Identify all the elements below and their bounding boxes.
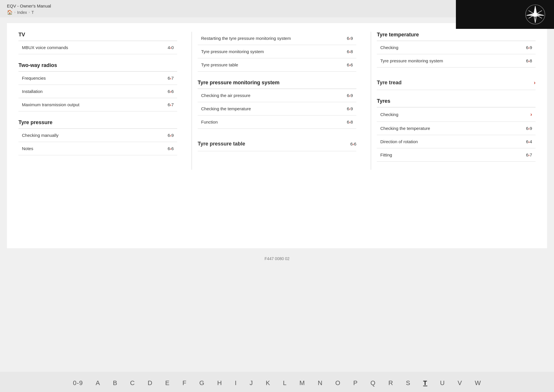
- alpha-r[interactable]: R: [382, 377, 400, 389]
- column-2: Restarting the tyre pressure monitoring …: [198, 32, 365, 170]
- alpha-09[interactable]: 0-9: [67, 377, 89, 389]
- entry-label: Function: [201, 120, 344, 124]
- alpha-u[interactable]: U: [434, 377, 451, 389]
- alpha-l[interactable]: L: [277, 377, 293, 389]
- list-item[interactable]: Installation 6›6: [18, 85, 177, 98]
- entry-label: Frequencies: [22, 76, 165, 81]
- entry-label: Tyre pressure monitoring system: [380, 58, 523, 63]
- entry-page: ›: [530, 111, 532, 117]
- entry-label: Restarting the tyre pressure monitoring …: [201, 36, 344, 41]
- entry-page: 6›6: [347, 62, 353, 67]
- alpha-m[interactable]: M: [293, 377, 311, 389]
- header: EQV - Owner's Manual 🏠 › Index › T: [0, 0, 554, 17]
- alpha-a[interactable]: A: [89, 377, 106, 389]
- main-content: TV MBUX voice commands 4›0 Two-way radio…: [7, 23, 547, 248]
- entry-label: Checking the temperature: [201, 106, 344, 111]
- tyre-tread-entry[interactable]: Tyre tread ›: [377, 76, 536, 90]
- tv-section: TV MBUX voice commands 4›0: [18, 32, 177, 54]
- entry-label: Checking the temperature: [380, 126, 523, 131]
- alpha-o[interactable]: O: [329, 377, 347, 389]
- list-item[interactable]: Tyre pressure monitoring system 6›8: [377, 54, 536, 68]
- entry-page: 6›7: [526, 152, 532, 157]
- list-item[interactable]: Checking the temperature 6›9: [377, 122, 536, 135]
- breadcrumb-index[interactable]: Index: [17, 10, 27, 15]
- list-item[interactable]: Tyre pressure monitoring system 6›8: [198, 45, 356, 58]
- list-item[interactable]: Maximum transmission output 6›7: [18, 98, 177, 111]
- alpha-w[interactable]: W: [469, 377, 488, 389]
- entry-page: 6›9: [168, 133, 174, 138]
- entry-page: 6›8: [526, 58, 532, 63]
- tv-entries: MBUX voice commands 4›0: [18, 41, 177, 54]
- alpha-q[interactable]: Q: [364, 377, 382, 389]
- restarting-entries: Restarting the tyre pressure monitoring …: [198, 32, 356, 72]
- header-left: EQV - Owner's Manual 🏠 › Index › T: [7, 3, 51, 15]
- tyre-pressure-monitoring-entries: Checking the air pressure 6›9 Checking t…: [198, 89, 356, 129]
- column-1: TV MBUX voice commands 4›0 Two-way radio…: [18, 32, 186, 170]
- list-item[interactable]: MBUX voice commands 4›0: [18, 41, 177, 54]
- entry-label: Direction of rotation: [380, 139, 523, 144]
- list-item[interactable]: Restarting the tyre pressure monitoring …: [198, 32, 356, 45]
- tyre-tread-label: Tyre tread: [377, 80, 534, 86]
- entry-label: Checking: [380, 45, 523, 50]
- list-item[interactable]: Tyre pressure table 6›6: [198, 58, 356, 72]
- list-item[interactable]: Checking the air pressure 6›9: [198, 89, 356, 102]
- list-item[interactable]: Direction of rotation 6›4: [377, 135, 536, 148]
- list-item[interactable]: Checking 6›9: [377, 41, 536, 54]
- list-item[interactable]: Checking the temperature 6›9: [198, 102, 356, 115]
- alpha-s[interactable]: S: [400, 377, 417, 389]
- footer-code: F447 0080 02: [0, 254, 554, 278]
- list-item[interactable]: Function 6›8: [198, 115, 356, 129]
- tyre-pressure-table-page: 6›6: [350, 141, 356, 146]
- restarting-section: Restarting the tyre pressure monitoring …: [198, 32, 356, 72]
- breadcrumb-separator-1: ›: [14, 11, 15, 14]
- tyre-tread-section: Tyre tread ›: [377, 76, 536, 90]
- two-way-radios-header: Two-way radios: [18, 62, 177, 68]
- entry-page: 6›9: [347, 36, 353, 41]
- entry-page: 6›6: [168, 146, 174, 151]
- alpha-d[interactable]: D: [141, 377, 159, 389]
- entry-page: 6›9: [526, 45, 532, 50]
- home-icon[interactable]: 🏠: [7, 10, 13, 15]
- alpha-k[interactable]: K: [259, 377, 277, 389]
- list-item[interactable]: Checking manually 6›9: [18, 129, 177, 142]
- alpha-f[interactable]: F: [176, 377, 193, 389]
- entry-label: Checking: [380, 112, 527, 117]
- entry-page: 6›7: [168, 76, 174, 81]
- entry-page: 6›7: [168, 102, 174, 107]
- alphabet-bar: 0-9 A B C D E F G H I J K L M N O P Q R …: [0, 372, 554, 392]
- entry-label: Notes: [22, 146, 165, 151]
- tyre-pressure-header: Tyre pressure: [18, 120, 177, 126]
- tyre-pressure-entries: Checking manually 6›9 Notes 6›6: [18, 128, 177, 155]
- alpha-b[interactable]: B: [106, 377, 124, 389]
- manual-title: EQV - Owner's Manual: [7, 3, 51, 8]
- list-item[interactable]: Fitting 6›7: [377, 148, 536, 162]
- entry-page: 6›6: [168, 89, 174, 94]
- list-item[interactable]: Notes 6›6: [18, 142, 177, 155]
- entry-page: 6›4: [526, 139, 532, 144]
- col-separator-1: [192, 32, 192, 170]
- alpha-g[interactable]: G: [193, 377, 211, 389]
- entry-label: Checking manually: [22, 133, 165, 138]
- alpha-t[interactable]: T: [417, 377, 434, 389]
- breadcrumb-separator-2: ›: [29, 11, 30, 14]
- list-item[interactable]: Checking ›: [377, 107, 536, 122]
- alpha-e[interactable]: E: [159, 377, 176, 389]
- entry-page: 4›0: [168, 45, 174, 50]
- col-separator-2: [371, 32, 371, 170]
- alpha-i[interactable]: I: [229, 377, 243, 389]
- tyre-tread-arrow: ›: [534, 80, 536, 86]
- two-way-radios-entries: Frequencies 6›7 Installation 6›6 Maximum…: [18, 71, 177, 111]
- alpha-j[interactable]: J: [243, 377, 259, 389]
- tyre-pressure-table-section: Tyre pressure table 6›6: [198, 137, 356, 151]
- alpha-h[interactable]: H: [211, 377, 229, 389]
- alpha-v[interactable]: V: [451, 377, 469, 389]
- list-item[interactable]: Frequencies 6›7: [18, 72, 177, 85]
- tyre-pressure-table-entry[interactable]: Tyre pressure table 6›6: [198, 137, 356, 151]
- alpha-p[interactable]: P: [347, 377, 364, 389]
- tyres-entries: Checking › Checking the temperature 6›9 …: [377, 107, 536, 162]
- alpha-n[interactable]: N: [311, 377, 329, 389]
- mercedes-logo: [525, 4, 545, 25]
- breadcrumb-t[interactable]: T: [31, 10, 34, 15]
- column-3: Tyre temperature Checking 6›9 Tyre press…: [377, 32, 536, 170]
- alpha-c[interactable]: C: [124, 377, 141, 389]
